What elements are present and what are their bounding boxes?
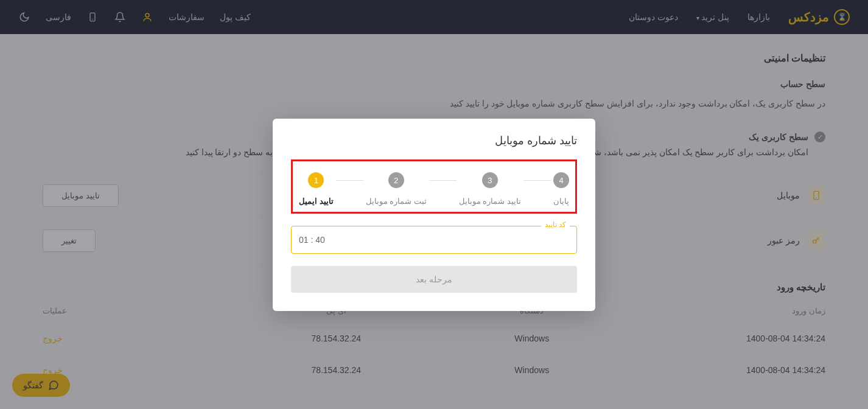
step-line xyxy=(429,180,457,181)
step-2: 2 ثبت شماره موبایل xyxy=(366,172,427,206)
step-label: تایید شماره موبایل xyxy=(459,197,521,206)
step-circle: 4 xyxy=(553,172,569,188)
step-circle: 2 xyxy=(388,172,404,188)
step-circle: 3 xyxy=(482,172,498,188)
step-line xyxy=(336,180,363,181)
next-step-button[interactable]: مرحله بعد xyxy=(291,266,577,293)
verification-code-input[interactable] xyxy=(291,226,577,254)
step-circle: 1 xyxy=(308,172,324,188)
step-label: تایید ایمیل xyxy=(299,197,334,206)
step-line xyxy=(523,180,551,181)
verify-mobile-modal: تایید شماره موبایل 1 تایید ایمیل 2 ثبت ش… xyxy=(273,119,595,311)
stepper-highlight: 1 تایید ایمیل 2 ثبت شماره موبایل 3 تایید… xyxy=(291,159,577,214)
step-label: ثبت شماره موبایل xyxy=(366,197,427,206)
step-1: 1 تایید ایمیل xyxy=(299,172,334,206)
stepper: 1 تایید ایمیل 2 ثبت شماره موبایل 3 تایید… xyxy=(299,172,569,206)
modal-overlay[interactable]: تایید شماره موبایل 1 تایید ایمیل 2 ثبت ش… xyxy=(0,0,868,409)
modal-title: تایید شماره موبایل xyxy=(291,134,577,147)
step-3: 3 تایید شماره موبایل xyxy=(459,172,521,206)
code-input-label: کد تایید xyxy=(541,220,570,229)
code-input-wrap: کد تایید xyxy=(291,226,577,254)
step-4: 4 پایان xyxy=(553,172,569,206)
step-label: پایان xyxy=(553,197,569,206)
